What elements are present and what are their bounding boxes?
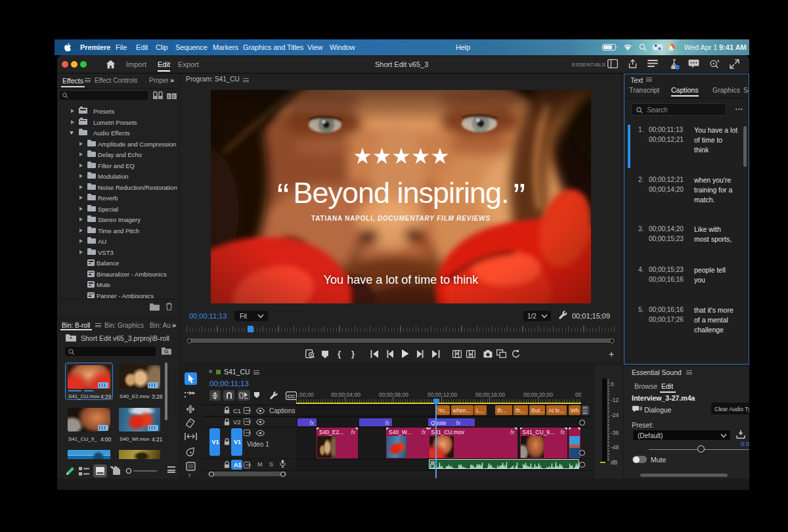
svg-text:CC: CC (288, 393, 296, 399)
